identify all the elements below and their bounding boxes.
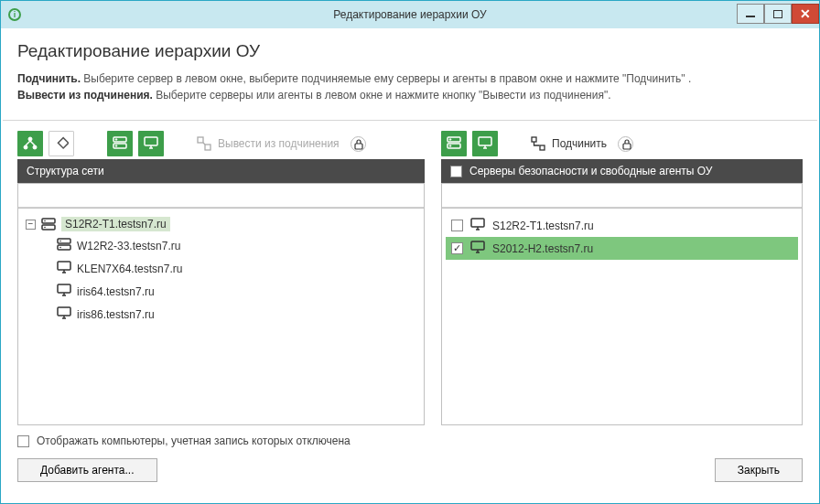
server-icon bbox=[57, 238, 71, 253]
attach-action[interactable]: Подчинить bbox=[531, 136, 607, 151]
right-pane: Серверы безопасности и свободные агенты … bbox=[441, 159, 803, 425]
tree-child-row[interactable]: iris64.testsn7.ru bbox=[53, 280, 420, 303]
monitor-icon bbox=[57, 261, 71, 276]
select-all-checkbox[interactable] bbox=[450, 166, 462, 177]
tree-child-row[interactable]: KLEN7X64.testsn7.ru bbox=[53, 257, 420, 280]
right-filter-input[interactable] bbox=[441, 183, 803, 208]
instruction-text-1: Выберите сервер в левом окне, выберите п… bbox=[81, 72, 691, 85]
page-title: Редактирование иерархии ОУ bbox=[17, 41, 803, 61]
instruction-line-1: Подчинить. Выберите сервер в левом окне,… bbox=[17, 70, 803, 87]
close-window-button[interactable]: ✕ bbox=[792, 4, 819, 24]
tree-child-label: iris86.testsn7.ru bbox=[77, 308, 155, 321]
close-button[interactable]: Закрыть bbox=[715, 458, 803, 482]
filter-servers-button-right[interactable] bbox=[441, 131, 467, 156]
left-tree[interactable]: − S12R2-T1.testsn7.ru W12R2-33.testsn7.r… bbox=[17, 208, 425, 425]
lock-icon bbox=[351, 136, 366, 152]
detach-action[interactable]: Вывести из подчинения bbox=[197, 136, 340, 151]
tree-child-row[interactable]: W12R2-33.testsn7.ru bbox=[53, 234, 420, 257]
add-agent-button[interactable]: Добавить агента... bbox=[17, 458, 157, 482]
instruction-line-2: Вывести из подчинения. Выберите серверы … bbox=[17, 87, 803, 103]
header-block: Редактирование иерархии ОУ Подчинить. Вы… bbox=[1, 28, 819, 120]
tree-view-button[interactable] bbox=[17, 131, 43, 156]
item-checkbox[interactable] bbox=[451, 242, 463, 254]
monitor-icon bbox=[57, 284, 71, 299]
server-icon bbox=[41, 218, 56, 231]
flat-view-button[interactable] bbox=[49, 131, 74, 156]
filter-agents-button[interactable] bbox=[138, 131, 164, 156]
right-toolbar: Подчинить bbox=[441, 128, 803, 159]
monitor-icon bbox=[470, 241, 485, 256]
list-item[interactable]: S12R2-T1.testsn7.ru bbox=[446, 214, 798, 237]
minimize-button[interactable] bbox=[737, 4, 764, 24]
tree-root-label: S12R2-T1.testsn7.ru bbox=[61, 217, 170, 231]
filter-agents-button-right[interactable] bbox=[472, 131, 498, 156]
footer: Добавить агента... Закрыть bbox=[1, 447, 819, 497]
left-toolbar: Вывести из подчинения bbox=[17, 128, 425, 159]
item-label: S12R2-T1.testsn7.ru bbox=[492, 220, 594, 232]
monitor-icon bbox=[470, 218, 485, 233]
tree-child-label: W12R2-33.testsn7.ru bbox=[77, 240, 180, 252]
show-disabled-row: Отображать компьютеры, учетная запись ко… bbox=[1, 425, 819, 447]
right-column-title: Серверы безопасности и свободные агенты … bbox=[469, 165, 713, 177]
maximize-button[interactable] bbox=[764, 4, 792, 24]
detach-label: Вывести из подчинения bbox=[218, 137, 340, 150]
attach-label: Подчинить bbox=[552, 137, 607, 150]
tree-collapse-icon[interactable]: − bbox=[26, 220, 36, 230]
show-disabled-checkbox[interactable] bbox=[17, 435, 29, 447]
app-icon: i bbox=[8, 8, 21, 21]
item-checkbox[interactable] bbox=[451, 220, 463, 231]
instruction-bold-1: Подчинить. bbox=[17, 72, 81, 85]
right-column-header: Серверы безопасности и свободные агенты … bbox=[441, 159, 803, 183]
show-disabled-label: Отображать компьютеры, учетная запись ко… bbox=[37, 434, 351, 447]
lock-icon bbox=[618, 136, 633, 152]
left-filter-input[interactable] bbox=[17, 183, 425, 208]
right-list[interactable]: S12R2-T1.testsn7.ruS2012-H2.testsn7.ru bbox=[441, 208, 803, 425]
list-item[interactable]: S2012-H2.testsn7.ru bbox=[446, 237, 798, 260]
left-pane: Структура сети − S12R2-T1.testsn7.ru W12… bbox=[17, 159, 425, 425]
left-column-title: Структура сети bbox=[27, 165, 104, 177]
monitor-icon bbox=[57, 306, 71, 322]
window: i Редактирование иерархии ОУ ✕ Редактиро… bbox=[0, 0, 820, 504]
tree-child-label: KLEN7X64.testsn7.ru bbox=[77, 263, 182, 275]
tree-child-row[interactable]: iris86.testsn7.ru bbox=[53, 303, 420, 326]
tree-child-label: iris64.testsn7.ru bbox=[77, 285, 155, 298]
titlebar: i Редактирование иерархии ОУ ✕ bbox=[1, 1, 819, 28]
instruction-text-2: Выберите серверы или агенты в левом окне… bbox=[153, 89, 611, 102]
left-column-header: Структура сети bbox=[17, 159, 425, 183]
item-label: S2012-H2.testsn7.ru bbox=[492, 242, 593, 255]
tree-root-row[interactable]: − S12R2-T1.testsn7.ru bbox=[22, 214, 420, 234]
instruction-bold-2: Вывести из подчинения. bbox=[17, 89, 153, 102]
header-separator bbox=[3, 120, 817, 121]
window-title: Редактирование иерархии ОУ bbox=[333, 8, 486, 21]
filter-servers-button[interactable] bbox=[107, 131, 133, 156]
